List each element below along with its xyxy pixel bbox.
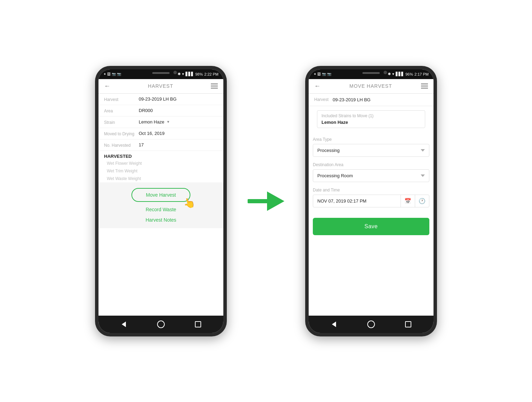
clock-icon[interactable]: 🕐 — [415, 195, 429, 207]
nav-home-2[interactable] — [366, 319, 376, 329]
harvest-notes-button[interactable]: Harvest Notes — [146, 217, 177, 223]
datetime-row: NOV 07, 2019 02:17 PM 📅 🕐 — [313, 195, 429, 207]
scene: ✦ 🖼 📷 📷 ✱ ▾ ▋▋▋ 98% 2:22 PM ← HARVEST — [81, 52, 451, 350]
instagram-icon-2: 📷 — [327, 72, 331, 76]
area-field-label: Area — [104, 108, 139, 113]
destination-area-section: Destination Area Processing Room — [309, 159, 434, 184]
bluetooth-icon-1: ✱ — [178, 72, 181, 76]
harvest-field-value: 09-23-2019 LH BG — [139, 96, 177, 102]
harvest-field-label: Harvest — [104, 96, 139, 102]
arrow-wrap — [248, 191, 284, 211]
nav-home-icon-2 — [367, 320, 375, 328]
strain-field-row: Strain Lemon Haze ▾ — [98, 117, 223, 128]
battery-percent-2: 96% — [405, 72, 413, 76]
nav-recents-2[interactable] — [403, 319, 413, 329]
back-button-2[interactable]: ← — [314, 83, 320, 90]
moved-drying-label: Moved to Drying — [104, 131, 139, 136]
phone-move-harvest: ✦ 🖼 📷 📷 ✱ ▾ ▋▋▋ 96% 2:17 PM ← MOVE HARVE… — [305, 66, 437, 336]
included-strain-value: Lemon Haze — [321, 120, 421, 125]
mh-harvest-value: 09-23-2019 LH BG — [333, 97, 370, 102]
actions-area: Move Harvest 👆 Record Waste Harvest Note… — [98, 182, 223, 228]
move-harvest-content: Harvest 09-23-2019 LH BG Included Strain… — [309, 94, 434, 316]
datetime-icons: 📅 🕐 — [401, 195, 429, 207]
destination-area-select[interactable]: Processing Room — [313, 169, 429, 182]
nav-square-icon-1 — [195, 321, 201, 327]
arrow-shaft — [248, 199, 268, 203]
mh-harvest-label: Harvest — [314, 97, 328, 102]
nav-home-1[interactable] — [156, 319, 166, 329]
status-bar-1: ✦ 🖼 📷 📷 ✱ ▾ ▋▋▋ 98% 2:22 PM — [98, 69, 223, 79]
area-type-value: Processing — [317, 148, 340, 153]
app-header-1: ← HARVEST — [98, 79, 223, 94]
destination-area-value: Processing Room — [317, 173, 353, 178]
menu-line-6 — [421, 88, 428, 88]
save-button[interactable]: Save — [313, 218, 429, 235]
battery-percent-1: 98% — [195, 72, 203, 76]
signal-icon-2: ▋▋▋ — [396, 72, 404, 76]
bottom-nav-1 — [98, 316, 223, 333]
nav-home-icon-1 — [157, 320, 165, 328]
nav-square-icon-2 — [405, 321, 411, 327]
status-right-2: ✱ ▾ ▋▋▋ 96% 2:17 PM — [388, 72, 429, 76]
destination-area-arrow-icon — [421, 174, 425, 177]
strain-dropdown-arrow[interactable]: ▾ — [167, 119, 169, 124]
wifi-icon-2: ▾ — [392, 72, 394, 76]
nav-back-1[interactable] — [119, 319, 129, 329]
wifi-icon-1: ▾ — [182, 72, 184, 76]
status-icons-left-2: ✦ 🖼 📷 📷 — [314, 72, 331, 76]
phone-harvest: ✦ 🖼 📷 📷 ✱ ▾ ▋▋▋ 98% 2:22 PM ← HARVEST — [95, 66, 227, 336]
status-right-1: ✱ ▾ ▋▋▋ 98% 2:22 PM — [178, 72, 218, 76]
app-icon-1: ✦ — [103, 72, 106, 76]
num-harvested-value: 17 — [139, 142, 144, 147]
harvested-section-title: HARVESTED — [98, 151, 223, 160]
nav-back-2[interactable] — [329, 319, 339, 329]
menu-line-2 — [211, 86, 218, 86]
area-type-arrow-icon — [421, 149, 425, 152]
menu-button-1[interactable] — [211, 84, 218, 88]
datetime-value: NOV 07, 2019 02:17 PM — [313, 195, 401, 207]
image-icon-2: 🖼 — [317, 72, 321, 76]
area-field-row: Area DR000 — [98, 105, 223, 117]
back-button-1[interactable]: ← — [104, 83, 110, 90]
signal-icon-1: ▋▋▋ — [186, 72, 194, 76]
status-icons-left-1: ✦ 🖼 📷 📷 — [103, 72, 121, 76]
destination-area-label: Destination Area — [313, 162, 429, 167]
instagram-icon-1: 📷 — [117, 72, 121, 76]
harvest-content: Harvest 09-23-2019 LH BG Area DR000 Stra… — [98, 94, 223, 316]
strain-field-value: Lemon Haze — [139, 119, 164, 125]
phone-move-harvest-inner: ✦ 🖼 📷 📷 ✱ ▾ ▋▋▋ 96% 2:17 PM ← MOVE HARVE… — [309, 69, 434, 333]
wet-trim-label: Wet Trim Weight — [98, 167, 223, 175]
menu-line-3 — [211, 88, 218, 88]
move-harvest-button[interactable]: Move Harvest — [131, 188, 190, 202]
area-type-label: Area Type — [313, 137, 429, 142]
time-1: 2:22 PM — [204, 72, 218, 76]
area-type-select[interactable]: Processing — [313, 144, 429, 157]
wet-flower-label: Wet Flower Weight — [98, 160, 223, 167]
harvest-field-row: Harvest 09-23-2019 LH BG — [98, 94, 223, 105]
num-harvested-field-row: No. Harvested 17 — [98, 139, 223, 151]
strain-field-label: Strain — [104, 119, 139, 125]
menu-line-5 — [421, 86, 428, 86]
save-area: Save — [309, 209, 434, 241]
calendar-icon[interactable]: 📅 — [401, 195, 415, 207]
camera-icon-2: 📷 — [322, 72, 326, 76]
date-time-section: Date and Time NOV 07, 2019 02:17 PM 📅 🕐 — [309, 184, 434, 209]
included-strains-container: Included Strains to Move (1) Lemon Haze — [309, 106, 434, 134]
area-type-section: Area Type Processing — [309, 134, 434, 159]
record-waste-button[interactable]: Record Waste — [146, 207, 176, 212]
num-harvested-label: No. Harvested — [104, 142, 139, 148]
moved-drying-value: Oct 16, 2019 — [139, 131, 164, 136]
camera-icon-1: 📷 — [112, 72, 116, 76]
menu-line-1 — [211, 84, 218, 84]
arrow-container — [248, 191, 284, 211]
screen-title-1: HARVEST — [148, 83, 173, 89]
bluetooth-icon-2: ✱ — [388, 72, 391, 76]
app-header-2: ← MOVE HARVEST — [309, 79, 434, 94]
nav-back-icon-2 — [332, 322, 336, 327]
bottom-nav-2 — [309, 316, 434, 333]
move-harvest-wrap: Move Harvest 👆 — [131, 188, 190, 202]
menu-button-2[interactable] — [421, 84, 428, 88]
mh-harvest-row: Harvest 09-23-2019 LH BG — [309, 94, 434, 106]
included-strains-header: Included Strains to Move (1) — [321, 113, 421, 118]
nav-recents-1[interactable] — [193, 319, 203, 329]
